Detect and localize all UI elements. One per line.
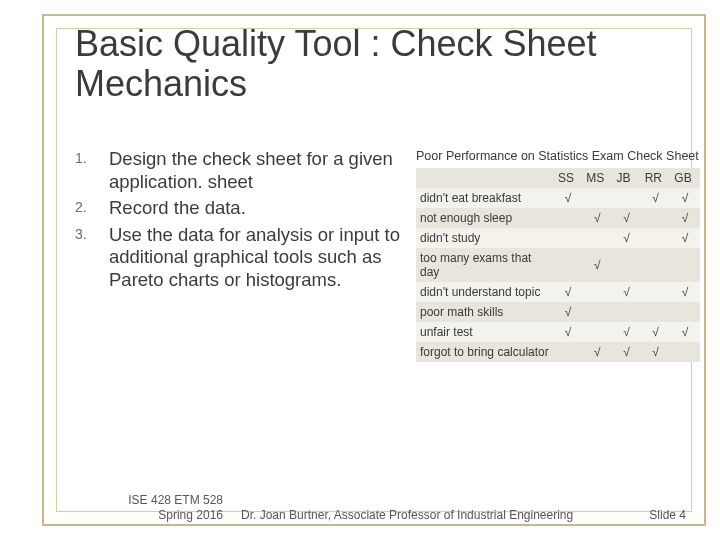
table-row: forgot to bring calculator √ √ √ — [416, 342, 700, 362]
mark-cell: √ — [554, 188, 582, 208]
mark-cell: √ — [670, 228, 700, 248]
mark-cell: √ — [641, 322, 671, 342]
check-sheet-title: Poor Performance on Statistics Exam Chec… — [416, 148, 700, 164]
mark-cell — [641, 302, 671, 322]
check-sheet: Poor Performance on Statistics Exam Chec… — [416, 148, 700, 362]
mark-cell — [554, 342, 582, 362]
mark-cell: √ — [582, 342, 612, 362]
mark-cell — [554, 248, 582, 282]
content-row: Design the check sheet for a given appli… — [75, 148, 700, 362]
mark-cell: √ — [670, 282, 700, 302]
mark-cell: √ — [613, 322, 641, 342]
footer-slide-number: Slide 4 — [620, 508, 690, 522]
mark-cell — [554, 208, 582, 228]
footer-course: ISE 428 ETM 528 Spring 2016 — [95, 493, 235, 522]
row-label: didn't eat breakfast — [416, 188, 554, 208]
mark-cell — [641, 228, 671, 248]
footer: ISE 428 ETM 528 Spring 2016 Dr. Joan Bur… — [95, 493, 690, 522]
mark-cell — [670, 302, 700, 322]
mark-cell: √ — [554, 282, 582, 302]
col-header: MS — [582, 168, 612, 188]
row-label: too many exams that day — [416, 248, 554, 282]
mark-cell: √ — [670, 322, 700, 342]
table-row: didn't eat breakfast √ √ √ — [416, 188, 700, 208]
slide-title: Basic Quality Tool : Check Sheet Mechani… — [75, 24, 680, 103]
footer-author: Dr. Joan Burtner, Associate Professor of… — [235, 508, 620, 522]
row-label: forgot to bring calculator — [416, 342, 554, 362]
mark-cell: √ — [582, 248, 612, 282]
table-row: didn't study √ √ — [416, 228, 700, 248]
mark-cell — [582, 302, 612, 322]
mark-cell — [641, 248, 671, 282]
mark-cell — [582, 282, 612, 302]
col-header: JB — [613, 168, 641, 188]
mark-cell: √ — [554, 322, 582, 342]
mark-cell — [641, 282, 671, 302]
row-label: didn't understand topic — [416, 282, 554, 302]
list-item: Record the data. — [75, 197, 410, 220]
table-row: not enough sleep √ √ √ — [416, 208, 700, 228]
check-sheet-table: SS MS JB RR GB didn't eat breakfast √ √ … — [416, 168, 700, 362]
mark-cell: √ — [613, 342, 641, 362]
mark-cell: √ — [641, 342, 671, 362]
row-label: didn't study — [416, 228, 554, 248]
table-row: poor math skills √ — [416, 302, 700, 322]
mark-cell: √ — [613, 208, 641, 228]
list-item: Design the check sheet for a given appli… — [75, 148, 410, 193]
mark-cell — [613, 302, 641, 322]
table-row: too many exams that day √ — [416, 248, 700, 282]
col-header: SS — [554, 168, 582, 188]
row-label: not enough sleep — [416, 208, 554, 228]
col-header: RR — [641, 168, 671, 188]
mark-cell — [670, 248, 700, 282]
col-header: GB — [670, 168, 700, 188]
mark-cell — [582, 322, 612, 342]
mark-cell: √ — [641, 188, 671, 208]
mark-cell: √ — [554, 302, 582, 322]
mark-cell — [554, 228, 582, 248]
mark-cell — [582, 228, 612, 248]
table-row: unfair test √ √ √ √ — [416, 322, 700, 342]
mark-cell — [670, 342, 700, 362]
row-label: poor math skills — [416, 302, 554, 322]
steps-list: Design the check sheet for a given appli… — [75, 148, 410, 362]
table-header-row: SS MS JB RR GB — [416, 168, 700, 188]
mark-cell: √ — [670, 208, 700, 228]
mark-cell: √ — [582, 208, 612, 228]
list-item: Use the data for analysis or input to ad… — [75, 224, 410, 292]
mark-cell — [582, 188, 612, 208]
mark-cell: √ — [613, 282, 641, 302]
mark-cell: √ — [670, 188, 700, 208]
row-label: unfair test — [416, 322, 554, 342]
mark-cell — [613, 188, 641, 208]
table-row: didn't understand topic √ √ √ — [416, 282, 700, 302]
mark-cell — [641, 208, 671, 228]
mark-cell: √ — [613, 228, 641, 248]
mark-cell — [613, 248, 641, 282]
